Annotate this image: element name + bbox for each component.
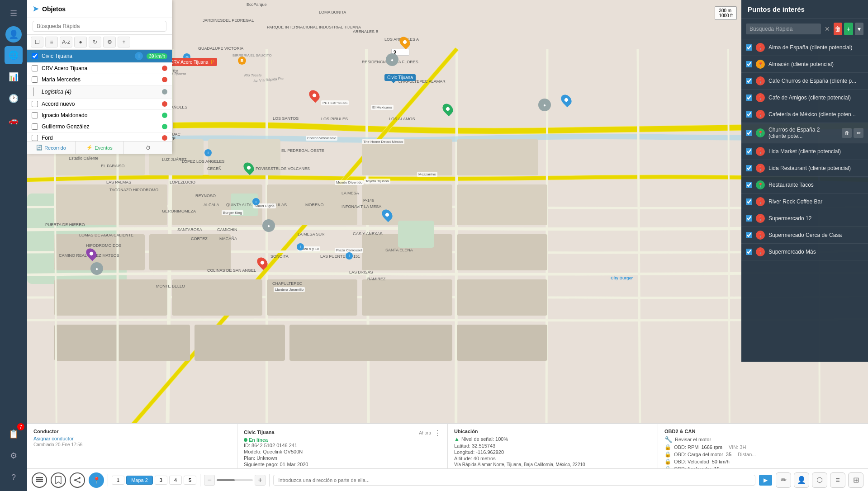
vehicle-more-btn[interactable]: ⋮ — [434, 429, 441, 437]
share-icon[interactable] — [70, 472, 85, 488]
route-button[interactable]: 🔄 Recorrido — [27, 142, 76, 154]
map-icon-3[interactable]: i — [297, 243, 304, 250]
poi-checkbox-lida-market[interactable] — [746, 148, 752, 155]
menu-icon[interactable]: ☰ — [5, 5, 23, 23]
poi-checkbox-tacos[interactable] — [746, 182, 752, 188]
poi-item-tacos[interactable]: 📍 Restaurante Tacos — [741, 177, 868, 194]
poi-search-input[interactable] — [746, 24, 821, 34]
gray-cluster-container[interactable]: ● — [386, 53, 398, 66]
gray-circle-3-container[interactable]: ● — [90, 262, 103, 275]
red-pin-lower-container[interactable] — [258, 257, 267, 269]
poi-checkbox-river-rock[interactable] — [746, 198, 752, 205]
zoom-slider[interactable] — [217, 479, 253, 481]
poi-item-supermercado-cerca[interactable]: 📍 Supermercado Cerca de Casa — [741, 227, 868, 244]
settings-icon[interactable]: ⚙ — [5, 447, 23, 465]
checkbox-tool[interactable]: ☐ — [31, 37, 43, 47]
blue-pin-lower-container[interactable] — [383, 209, 392, 221]
vehicle-item-logistica[interactable]: │ Logística (4) — [27, 85, 172, 99]
purple-pin-container[interactable] — [87, 248, 96, 260]
clock-icon[interactable]: 🕐 — [5, 90, 23, 108]
poi-search-clear[interactable]: ✕ — [823, 23, 832, 35]
poi-checkbox-supermercado-cerca[interactable] — [746, 232, 752, 238]
orange-pin-container[interactable]: 9 — [400, 36, 409, 56]
poi-item-supermercado12[interactable]: 📍 Supermercado 12 — [741, 210, 868, 227]
poi-checkbox-cafe-churros[interactable] — [746, 78, 752, 84]
poi-item-almacen[interactable]: 📍 Almacén (cliente potencial) — [741, 56, 868, 73]
map-tab-4[interactable]: 4 — [169, 476, 182, 485]
grid-icon[interactable]: ⊞ — [848, 472, 863, 488]
map-tab-3[interactable]: 3 — [155, 476, 167, 485]
poi-add-button[interactable]: + — [844, 23, 853, 35]
map-tab-2[interactable]: Mapa 2 — [126, 476, 153, 485]
poi-delete-button[interactable]: 🗑 — [834, 23, 843, 35]
person-icon[interactable]: 👤 — [794, 472, 809, 488]
map-icon-2[interactable]: i — [252, 198, 260, 205]
vehicle-item-crv[interactable]: CRV Acero Tijuana — [27, 63, 172, 74]
vehicle-checkbox-maria[interactable] — [32, 76, 38, 83]
poi-edit-churros2[interactable]: ✏ — [854, 128, 863, 138]
blue-pin-right-container[interactable] — [562, 94, 571, 106]
map-center-icon[interactable]: 📍 — [89, 472, 104, 488]
chart-icon[interactable]: 📊 — [5, 68, 23, 86]
vehicle-item-civic[interactable]: Civic Tijuana i 39 km/h — [27, 50, 172, 63]
bookmark-icon[interactable] — [51, 472, 66, 488]
green-pin-right-container[interactable] — [443, 103, 452, 115]
poi-checkbox-cafe-amigos[interactable] — [746, 94, 752, 101]
poi-delete-churros2[interactable]: 🗑 — [842, 128, 852, 138]
vehicle-checkbox-accord[interactable] — [32, 101, 38, 107]
zoom-in-button[interactable]: + — [255, 475, 266, 486]
history-button[interactable]: ⏱ — [124, 142, 172, 154]
info-icon-civic[interactable]: i — [135, 52, 143, 60]
poi-item-lida-market[interactable]: 📍 Lida Market (cliente potencial) — [741, 143, 868, 160]
user-avatar[interactable]: 👤 — [5, 26, 22, 42]
search-input[interactable] — [33, 21, 166, 32]
poi-checkbox-almacen[interactable] — [746, 61, 752, 67]
vehicle-item-ford[interactable]: Ford — [27, 132, 172, 141]
green-pin-center-container[interactable] — [244, 162, 253, 174]
vehicle-checkbox-guillermo[interactable] — [32, 123, 38, 130]
layers-icon[interactable] — [32, 472, 47, 488]
poi-item-lida-restaurant[interactable]: 📍 Lida Restaurant (cliente potencial) — [741, 160, 868, 177]
list-tool[interactable]: ≡ — [45, 37, 58, 47]
assign-conductor-link[interactable]: Asignar conductor — [33, 436, 74, 441]
address-go-button[interactable]: ▶ — [759, 475, 772, 486]
poi-checkbox-supermercado12[interactable] — [746, 215, 752, 222]
vehicle-checkbox-crv[interactable] — [32, 65, 38, 71]
dot-tool[interactable]: ● — [74, 37, 87, 47]
zoom-out-button[interactable]: − — [204, 475, 215, 486]
map-tab-5[interactable]: 5 — [184, 476, 196, 485]
help-icon[interactable]: ? — [5, 468, 23, 486]
pen-icon[interactable]: ✏ — [776, 472, 791, 488]
map-icon-1[interactable]: i — [204, 149, 212, 156]
filter-tool[interactable]: ⚙ — [103, 37, 116, 47]
poi-checkbox-cafeteria[interactable] — [746, 111, 752, 118]
map-icon-4[interactable]: i — [346, 252, 353, 260]
address-search-input[interactable] — [273, 475, 755, 486]
poi-item-cafeteria[interactable]: 📍 Cafetería de México (cliente poten... — [741, 106, 868, 123]
hexagon-icon[interactable]: ⬡ — [812, 472, 827, 488]
poi-checkbox-churros2[interactable] — [746, 130, 752, 136]
poi-item-supermercado-mas[interactable]: 📍 Supermercado Más — [741, 244, 868, 260]
vehicle-checkbox-ford[interactable] — [32, 135, 38, 141]
poi-item-river-rock[interactable]: 📍 River Rock Coffee Bar — [741, 194, 868, 210]
poi-checkbox-alma[interactable] — [746, 44, 752, 51]
add-tool[interactable]: + — [118, 37, 130, 47]
poi-item-cafe-churros[interactable]: 📍 Cafe Churros de España (cliente p... — [741, 73, 868, 90]
notifications-icon[interactable]: 📋 7 — [5, 425, 23, 443]
gray-cluster-2-container[interactable]: ● — [262, 219, 275, 232]
birreria-marker[interactable]: B — [238, 57, 246, 65]
poi-item-churros2[interactable]: 📍 Churros de España 2 (cliente pote... 🗑… — [741, 123, 868, 143]
layers-right-icon[interactable]: ≡ — [830, 472, 845, 488]
poi-dropdown-button[interactable]: ▾ — [855, 23, 864, 35]
poi-checkbox-supermercado-mas[interactable] — [746, 249, 752, 255]
poi-item-cafe-amigos[interactable]: 📍 Cafe de Amigos (cliente potencial) — [741, 90, 868, 106]
globe-icon[interactable]: 🌐 — [5, 46, 23, 64]
vehicle-item-ignacio[interactable]: Ignacio Maldonado — [27, 110, 172, 121]
sort-az-tool[interactable]: A-z — [60, 37, 72, 47]
truck-icon[interactable]: 🚗 — [5, 111, 23, 129]
poi-checkbox-lida-restaurant[interactable] — [746, 165, 752, 171]
vehicle-item-guillermo[interactable]: Guillermo González — [27, 121, 172, 132]
events-button[interactable]: ⚡ Eventos — [76, 142, 124, 154]
vehicle-checkbox-ignacio[interactable] — [32, 112, 38, 118]
gray-circle-alamar-container[interactable]: ● — [538, 99, 551, 111]
